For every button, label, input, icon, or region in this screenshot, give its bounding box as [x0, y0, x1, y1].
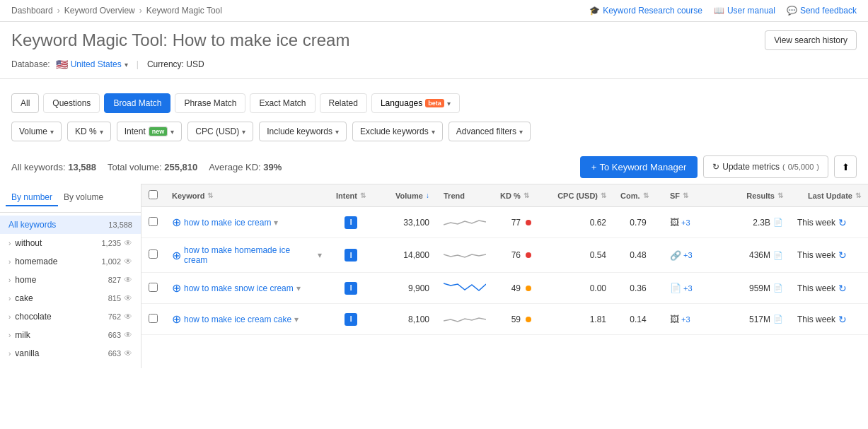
- eye-icon[interactable]: 👁: [124, 275, 132, 285]
- sort-icon: ⇅: [601, 192, 606, 199]
- chevron-right-icon: ›: [8, 258, 11, 266]
- trend-cell: [436, 273, 493, 304]
- table-row: ⊕ how to make ice cream cake ▾ I 8,: [141, 304, 868, 335]
- add-keyword-icon[interactable]: ⊕: [172, 216, 181, 229]
- table-row: ⊕ how to make homemade ice cream ▾ I: [141, 238, 868, 273]
- row-checkbox[interactable]: [149, 217, 158, 226]
- nav-user-manual[interactable]: 📖 User manual: [714, 6, 775, 16]
- volume-col-header[interactable]: Volume ↓: [373, 184, 436, 207]
- keyword-link[interactable]: how to make snow ice cream ▾: [184, 283, 301, 293]
- sidebar-item-cake[interactable]: › cake 815 👁: [0, 289, 141, 307]
- refresh-icon[interactable]: ↻: [838, 249, 847, 261]
- sf-more[interactable]: +3: [683, 284, 693, 293]
- add-keyword-icon[interactable]: ⊕: [172, 281, 181, 295]
- advanced-filters[interactable]: Advanced filters ▾: [449, 122, 531, 141]
- keyword-link[interactable]: how to make ice cream ▾: [184, 218, 278, 228]
- chevron-down-icon: ▾: [447, 100, 451, 107]
- refresh-icon[interactable]: ↻: [838, 217, 847, 228]
- tab-all[interactable]: All: [11, 93, 39, 113]
- eye-icon[interactable]: 👁: [124, 257, 132, 266]
- add-keyword-icon[interactable]: ⊕: [172, 249, 181, 262]
- section-divider: [0, 78, 868, 79]
- results-col-header[interactable]: Results ⇅: [719, 184, 790, 207]
- nav-research-course[interactable]: 🎓 Keyword Research course: [589, 6, 702, 16]
- trend-col-header[interactable]: Trend: [436, 184, 493, 207]
- add-keyword-icon[interactable]: ⊕: [172, 312, 181, 326]
- chevron-right-icon: ›: [8, 240, 11, 247]
- database-country-select[interactable]: 🇺🇸 United States ▾: [56, 59, 128, 70]
- cpc-col-header[interactable]: CPC (USD) ⇅: [550, 184, 613, 207]
- sf-more[interactable]: +3: [681, 315, 690, 324]
- refresh-icon[interactable]: ↻: [838, 314, 847, 325]
- intent-col-header[interactable]: Intent ⇅: [329, 184, 373, 207]
- refresh-icon[interactable]: ↻: [838, 283, 847, 294]
- keyword-link[interactable]: how to make homemade ice cream ▾: [184, 245, 322, 265]
- eye-icon[interactable]: 👁: [124, 312, 132, 322]
- sf-col-header[interactable]: SF ⇅: [663, 184, 719, 207]
- row-checkbox[interactable]: [149, 314, 158, 323]
- eye-icon[interactable]: 👁: [124, 348, 132, 358]
- nav-send-feedback[interactable]: 💬 Send feedback: [787, 6, 857, 16]
- sidebar-tab-by-number[interactable]: By number: [6, 189, 58, 206]
- keyword-cell: ⊕ how to make ice cream cake ▾: [165, 304, 329, 335]
- sidebar-item-milk[interactable]: › milk 663 👁: [0, 326, 141, 344]
- sidebar-item-homemade[interactable]: › homemade 1,002 👁: [0, 252, 141, 271]
- cpc-filter[interactable]: CPC (USD) ▾: [187, 122, 253, 141]
- volume-filter[interactable]: Volume ▾: [11, 122, 62, 141]
- add-to-keyword-manager-button[interactable]: + To Keyword Manager: [580, 156, 698, 178]
- export-button[interactable]: ⬆: [834, 155, 857, 178]
- eye-icon[interactable]: 👁: [124, 293, 132, 303]
- select-all-header[interactable]: [141, 184, 165, 207]
- lastupdate-col-header[interactable]: Last Update ⇅: [790, 184, 868, 207]
- sf-more[interactable]: +3: [683, 251, 693, 259]
- doc-icon: 📄: [670, 283, 681, 293]
- sidebar-item-home[interactable]: › home 827 👁: [0, 271, 141, 289]
- row-checkbox[interactable]: [149, 249, 158, 259]
- tab-related[interactable]: Related: [320, 93, 367, 113]
- row-checkbox-cell: [141, 304, 165, 335]
- intent-filter[interactable]: Intent new ▾: [117, 122, 183, 141]
- all-keywords-stat: All keywords: 13,588: [11, 162, 96, 172]
- sort-active-icon: ↓: [426, 192, 429, 199]
- sidebar-label-chocolate: chocolate: [15, 312, 51, 322]
- select-all-checkbox[interactable]: [149, 190, 158, 199]
- top-nav: Dashboard › Keyword Overview › Keyword M…: [0, 0, 868, 22]
- keyword-link[interactable]: how to make ice cream cake ▾: [184, 315, 299, 324]
- kd-filter[interactable]: KD % ▾: [67, 122, 111, 141]
- tab-phrase-match[interactable]: Phrase Match: [175, 93, 245, 113]
- tab-questions[interactable]: Questions: [43, 93, 100, 113]
- kd-col-header[interactable]: KD % ⇅: [493, 184, 550, 207]
- keyword-col-header[interactable]: Keyword ⇅: [165, 184, 329, 207]
- kd-cell: 76: [493, 238, 550, 273]
- sidebar-item-all-keywords[interactable]: All keywords 13,588: [0, 216, 141, 234]
- tab-exact-match[interactable]: Exact Match: [250, 93, 315, 113]
- com-col-header[interactable]: Com. ⇅: [613, 184, 663, 207]
- include-keywords-filter[interactable]: Include keywords ▾: [259, 122, 347, 141]
- tab-languages[interactable]: Languages beta ▾: [371, 93, 460, 113]
- sidebar-count-chocolate: 762: [108, 312, 121, 321]
- kd-cell: 59: [493, 304, 550, 335]
- total-volume-value: 255,810: [164, 162, 197, 172]
- sidebar-item-without[interactable]: › without 1,235 👁: [0, 234, 141, 252]
- sidebar-label-home: home: [15, 275, 36, 285]
- sidebar-tab-by-volume[interactable]: By volume: [58, 189, 109, 206]
- row-checkbox[interactable]: [149, 283, 158, 292]
- sidebar-item-vanilla[interactable]: › vanilla 663 👁: [0, 344, 141, 363]
- sf-cell: 🔗 +3: [663, 238, 719, 273]
- intent-badge: I: [345, 249, 357, 261]
- breadcrumb-keyword-overview[interactable]: Keyword Overview: [64, 6, 135, 16]
- eye-icon[interactable]: 👁: [124, 330, 132, 340]
- exclude-keywords-filter[interactable]: Exclude keywords ▾: [352, 122, 443, 141]
- update-metrics-button[interactable]: ↻ Update metrics (0/5,000): [703, 155, 828, 178]
- eye-icon[interactable]: 👁: [124, 238, 132, 248]
- tab-broad-match[interactable]: Broad Match: [104, 93, 170, 113]
- trend-sparkline: [444, 311, 486, 325]
- volume-cell: 33,100: [373, 207, 436, 238]
- sf-more[interactable]: +3: [681, 218, 690, 227]
- sort-icon: ⇅: [523, 192, 529, 199]
- view-history-button[interactable]: View search history: [765, 30, 857, 50]
- doc-icon: 📄: [773, 251, 783, 260]
- sidebar-item-chocolate[interactable]: › chocolate 762 👁: [0, 307, 141, 326]
- row-checkbox-cell: [141, 207, 165, 238]
- breadcrumb-dashboard[interactable]: Dashboard: [11, 6, 53, 16]
